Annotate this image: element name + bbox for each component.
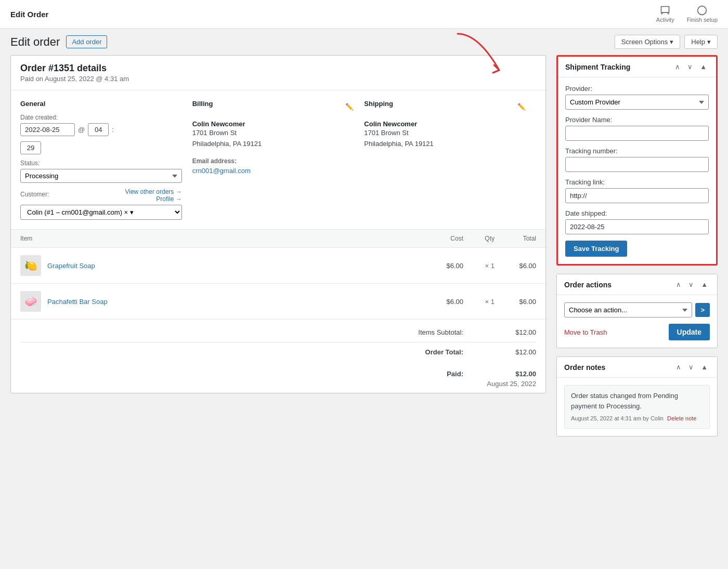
screen-options-chevron-icon: ▾ xyxy=(670,38,673,46)
date-field-row: @ : xyxy=(20,123,182,136)
note-text: Order status changed from Pending paymen… xyxy=(571,391,703,411)
finish-setup-button[interactable]: Finish setup xyxy=(687,5,718,23)
order-actions-body: Choose an action... > Move to Trash Upda… xyxy=(557,295,717,348)
screen-options-label: Screen Options xyxy=(621,38,668,46)
table-row: 🍋 Grapefruit Soap $6.00 × 1 $6.00 xyxy=(11,247,545,283)
order-notes-down-button[interactable]: ∨ xyxy=(686,362,696,372)
action-row: Choose an action... > xyxy=(564,302,710,317)
provider-label: Provider: xyxy=(565,85,709,92)
save-tracking-button[interactable]: Save Tracking xyxy=(565,241,627,257)
item-qty-2: × 1 xyxy=(463,298,495,306)
admin-bar-title: Edit Order xyxy=(10,10,48,19)
update-button[interactable]: Update xyxy=(669,324,710,340)
action-go-button[interactable]: > xyxy=(695,303,710,317)
move-to-trash-link[interactable]: Move to Trash xyxy=(564,328,607,336)
customer-select[interactable]: Colin (#1 – crn001@gmail.com) × ▾ xyxy=(20,205,182,220)
minute-input[interactable] xyxy=(20,141,41,154)
date-shipped-input[interactable] xyxy=(565,219,709,234)
item-name-2[interactable]: Pachafetti Bar Soap xyxy=(47,298,108,306)
panel-minimize-button[interactable]: ▲ xyxy=(698,62,709,72)
action-footer: Move to Trash Update xyxy=(564,324,710,340)
status-select[interactable]: Processing Pending payment On hold Compl… xyxy=(20,169,182,183)
item-thumb-1: 🍋 xyxy=(20,255,41,276)
billing-name: Colin Newcomer xyxy=(192,120,354,128)
item-name-1[interactable]: Grapefruit Soap xyxy=(47,262,95,270)
billing-email[interactable]: crn001@gmail.com xyxy=(192,167,251,175)
order-notes-up-button[interactable]: ∧ xyxy=(674,362,683,372)
delete-note-link[interactable]: Delete note xyxy=(667,415,696,421)
order-total-value: $12.00 xyxy=(505,348,536,356)
date-input[interactable] xyxy=(20,123,75,136)
order-actions-controls: ∧ ∨ ▲ xyxy=(674,280,710,289)
items-table-header: Item Cost Qty Total xyxy=(11,229,545,247)
finish-setup-label: Finish setup xyxy=(687,17,718,23)
shipping-edit-icon[interactable]: ✏️ xyxy=(517,103,526,111)
item-cost-2: $6.00 xyxy=(422,298,463,306)
order-actions-down-button[interactable]: ∨ xyxy=(686,280,696,289)
at-symbol: @ xyxy=(78,126,85,134)
note-box: Order status changed from Pending paymen… xyxy=(564,385,710,429)
help-chevron-icon: ▾ xyxy=(707,38,711,46)
col-item: Item xyxy=(20,235,422,242)
order-notes-header: Order notes ∧ ∨ ▲ xyxy=(557,357,717,378)
order-title: Order #1351 details xyxy=(20,63,536,74)
order-notes-title: Order notes xyxy=(564,363,605,372)
tracking-number-group: Tracking number: xyxy=(565,147,709,172)
item-info-1: 🍋 Grapefruit Soap xyxy=(20,255,422,276)
provider-select[interactable]: Custom Provider UPS FedEx USPS DHL xyxy=(565,95,709,110)
shipping-name: Colin Newcomer xyxy=(364,120,526,128)
order-actions-minimize-button[interactable]: ▲ xyxy=(699,280,710,289)
billing-section-title: Billing xyxy=(192,100,213,108)
item-thumb-2: 🧼 xyxy=(20,291,41,312)
tracking-number-input[interactable] xyxy=(565,157,709,172)
screen-options-button[interactable]: Screen Options ▾ xyxy=(615,35,681,49)
tracking-link-label: Tracking link: xyxy=(565,178,709,186)
order-notes-minimize-button[interactable]: ▲ xyxy=(699,362,710,372)
col-total: Total xyxy=(495,235,536,242)
order-card-header: Order #1351 details Paid on August 25, 2… xyxy=(11,56,545,90)
customer-label: Customer: xyxy=(20,191,49,198)
customer-row: Customer: View other orders → Profile → xyxy=(20,188,182,203)
billing-edit-icon[interactable]: ✏️ xyxy=(345,103,354,111)
paid-value: $12.00 xyxy=(505,370,536,378)
panel-collapse-up-button[interactable]: ∧ xyxy=(673,62,682,72)
sidebar: Shipment Tracking ∧ ∨ ▲ Provider: Custom… xyxy=(556,55,718,445)
svg-point-0 xyxy=(698,6,707,15)
activity-label: Activity xyxy=(656,17,674,23)
order-subtitle: Paid on August 25, 2022 @ 4:31 am xyxy=(20,75,536,83)
paid-date: August 25, 2022 xyxy=(487,380,536,388)
action-select[interactable]: Choose an action... xyxy=(564,302,692,317)
hour-input[interactable] xyxy=(88,123,109,136)
item-cost-1: $6.00 xyxy=(422,262,463,270)
help-button[interactable]: Help ▾ xyxy=(684,35,718,49)
col-qty: Qty xyxy=(463,235,495,242)
email-address-label: Email address: xyxy=(192,157,354,165)
item-total-1: $6.00 xyxy=(495,262,536,270)
view-other-orders-link[interactable]: View other orders → xyxy=(125,188,181,195)
date-shipped-label: Date shipped: xyxy=(565,209,709,217)
activity-button[interactable]: Activity xyxy=(656,5,674,23)
colon-symbol: : xyxy=(112,126,114,134)
admin-bar-right: Activity Finish setup xyxy=(656,5,718,23)
order-actions-title: Order actions xyxy=(564,281,612,289)
sub-header: Edit order Add order Screen Options ▾ He… xyxy=(0,29,728,55)
tracking-link-input[interactable] xyxy=(565,188,709,203)
table-row: 🧼 Pachafetti Bar Soap $6.00 × 1 $6.00 xyxy=(11,283,545,319)
profile-link[interactable]: Profile → xyxy=(156,195,181,203)
shipment-tracking-panel: Shipment Tracking ∧ ∨ ▲ Provider: Custom… xyxy=(556,55,718,266)
shipping-section: Shipping ✏️ Colin Newcomer 1701 Brown St… xyxy=(364,100,536,220)
provider-group: Provider: Custom Provider UPS FedEx USPS… xyxy=(565,85,709,110)
sub-header-right: Screen Options ▾ Help ▾ xyxy=(615,35,718,49)
panel-controls: ∧ ∨ ▲ xyxy=(673,62,709,72)
billing-addr1: 1701 Brown St xyxy=(192,128,354,139)
billing-city: Philadelphia, PA 19121 xyxy=(192,139,354,150)
date-created-label: Date created: xyxy=(20,114,182,121)
panel-collapse-down-button[interactable]: ∨ xyxy=(685,62,695,72)
order-actions-panel: Order actions ∧ ∨ ▲ Choose an action... … xyxy=(556,274,718,348)
date-shipped-group: Date shipped: xyxy=(565,209,709,234)
shipment-tracking-body: Provider: Custom Provider UPS FedEx USPS… xyxy=(558,77,716,264)
order-actions-up-button[interactable]: ∧ xyxy=(674,280,683,289)
provider-name-input[interactable] xyxy=(565,126,709,141)
add-order-button[interactable]: Add order xyxy=(66,35,107,48)
order-notes-controls: ∧ ∨ ▲ xyxy=(674,362,710,372)
